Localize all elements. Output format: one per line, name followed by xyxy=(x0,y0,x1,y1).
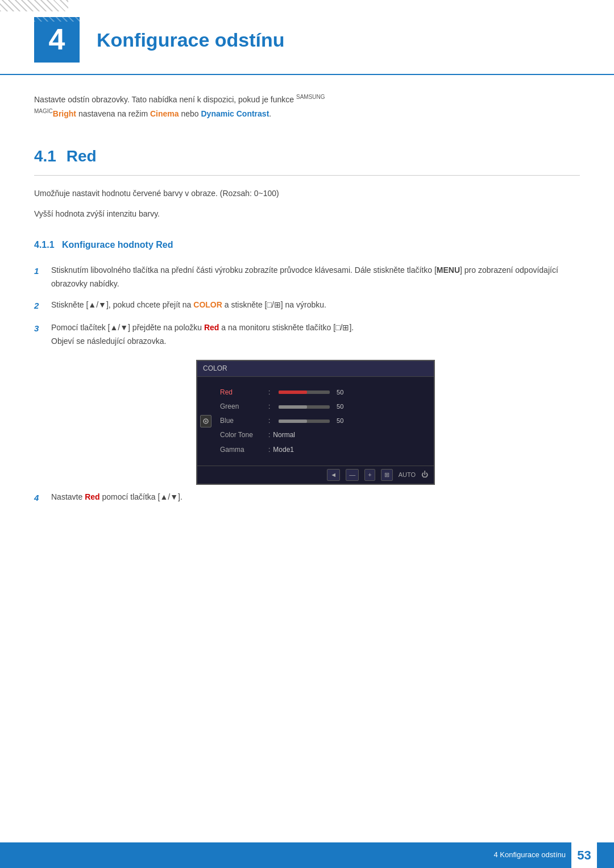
menu-item-blue: Blue : 50 xyxy=(214,414,434,428)
menu-value-green: 50 xyxy=(279,402,343,412)
slider-green xyxy=(279,405,330,409)
monitor-menu: Red : 50 Gr xyxy=(214,383,434,460)
step-2: 2 Stiskněte [▲/▼], pokud chcete přejít n… xyxy=(34,298,580,313)
top-decoration xyxy=(0,0,68,11)
slider-fill-red xyxy=(279,391,307,394)
main-content: Nastavte odstín obrazovky. Tato nabídka … xyxy=(0,92,614,505)
step-1: 1 Stisknutím libovolného tlačítka na pře… xyxy=(34,264,580,291)
menu-item-green: Green : 50 xyxy=(214,400,434,414)
step-text-4: Nastavte Red pomocí tlačítka [▲/▼]. xyxy=(51,491,580,504)
svg-point-1 xyxy=(205,420,207,422)
monitor-sidebar xyxy=(197,383,214,460)
intro-paragraph: Nastavte odstín obrazovky. Tato nabídka … xyxy=(34,92,580,121)
menu-item-colortone: Color Tone : Normal xyxy=(214,428,434,442)
blue-value: 50 xyxy=(332,416,343,426)
red-highlight-step3: Red xyxy=(204,323,219,332)
footer-btn-left: ◄ xyxy=(327,469,340,481)
monitor-footer: ◄ — + ⊞ AUTO ⏻ xyxy=(197,466,434,484)
footer-power: ⏻ xyxy=(421,470,428,480)
footer-btn-minus: — xyxy=(346,469,359,481)
slider-fill-blue xyxy=(279,420,307,423)
slider-fill-green xyxy=(279,405,307,409)
footer-auto: AUTO xyxy=(399,470,416,480)
settings-icon xyxy=(202,417,210,425)
menu-value-red: 50 xyxy=(279,388,343,398)
menu-label-blue: Blue xyxy=(220,416,265,426)
menu-key: MENU xyxy=(437,265,460,275)
monitor-body: Red : 50 Gr xyxy=(197,377,434,466)
dynamic-contrast-label: Dynamic Contrast xyxy=(201,109,269,118)
cinema-label: Cinema xyxy=(150,109,179,118)
step-4: 4 Nastavte Red pomocí tlačítka [▲/▼]. xyxy=(34,491,580,505)
subsection-411: 4.1.1 Konfigurace hodnoty Red 1 Stisknut… xyxy=(34,238,580,505)
monitor-icon xyxy=(200,415,211,427)
menu-label-green: Green xyxy=(220,401,265,412)
step-number-1: 1 xyxy=(34,264,47,279)
footer-btn-plus: + xyxy=(364,469,375,481)
monitor-title-bar: COLOR xyxy=(197,361,434,377)
colortone-value: Normal xyxy=(273,430,295,441)
section-desc1: Umožňuje nastavit hodnotu červené barvy … xyxy=(34,187,580,201)
section-41: 4.1 Red Umožňuje nastavit hodnotu červen… xyxy=(34,144,580,505)
chapter-title: Konfigurace odstínu xyxy=(97,24,285,55)
section-41-title: 4.1 Red xyxy=(34,144,580,176)
step-text-2: Stiskněte [▲/▼], pokud chcete přejít na … xyxy=(51,298,580,312)
menu-item-red: Red : 50 xyxy=(214,385,434,400)
slider-blue xyxy=(279,420,330,423)
footer-btn-enter: ⊞ xyxy=(381,469,393,481)
menu-label-red: Red xyxy=(220,387,265,398)
gamma-value: Mode1 xyxy=(273,445,294,455)
subsection-411-title: 4.1.1 Konfigurace hodnoty Red xyxy=(34,238,580,252)
chapter-header: 4 Konfigurace odstínu xyxy=(0,0,614,75)
red-highlight-step4: Red xyxy=(85,492,99,501)
monitor-ui: COLOR xyxy=(196,360,435,485)
steps-list: 1 Stisknutím libovolného tlačítka na pře… xyxy=(34,264,580,348)
step-number-4: 4 xyxy=(34,491,47,505)
menu-label-colortone: Color Tone xyxy=(220,430,265,441)
green-value: 50 xyxy=(332,402,343,412)
chapter-number: 4 xyxy=(34,17,80,63)
footer-chapter-label: 4 Konfigurace odstínu xyxy=(494,849,566,861)
menu-label-gamma: Gamma xyxy=(220,445,265,455)
menu-item-gamma: Gamma : Mode1 xyxy=(214,443,434,457)
menu-value-blue: 50 xyxy=(279,416,343,426)
monitor-screenshot: COLOR xyxy=(51,360,580,485)
step-number-3: 3 xyxy=(34,321,47,336)
step-number-2: 2 xyxy=(34,298,47,313)
color-highlight: COLOR xyxy=(193,300,222,309)
step-text-1: Stisknutím libovolného tlačítka na předn… xyxy=(51,264,580,291)
page-footer: 4 Konfigurace odstínu 53 xyxy=(0,842,614,868)
red-value: 50 xyxy=(332,388,343,398)
slider-red xyxy=(279,391,330,394)
steps-list-2: 4 Nastavte Red pomocí tlačítka [▲/▼]. xyxy=(34,491,580,505)
step-text-3: Pomocí tlačítek [▲/▼] přejděte na položk… xyxy=(51,321,580,348)
bright-label: Bright xyxy=(53,109,76,118)
section-desc2: Vyšší hodnota zvýší intenzitu barvy. xyxy=(34,207,580,221)
page-number: 53 xyxy=(571,842,597,868)
step-3: 3 Pomocí tlačítek [▲/▼] přejděte na polo… xyxy=(34,321,580,348)
